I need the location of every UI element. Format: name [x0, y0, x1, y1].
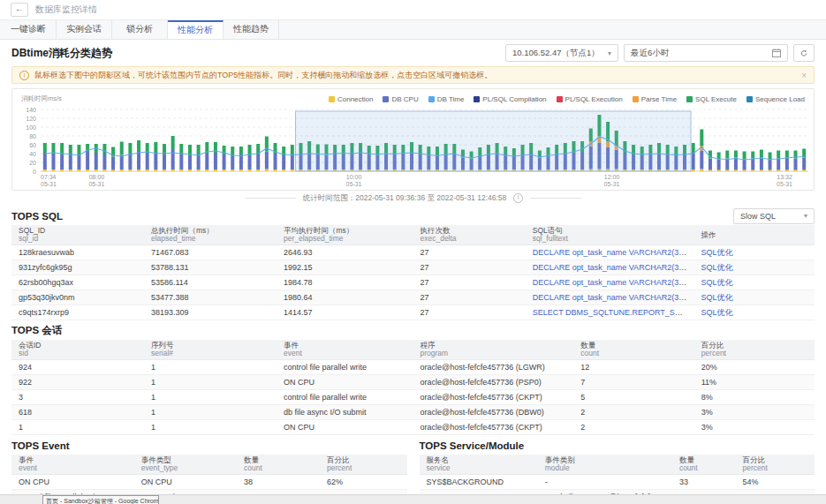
legend-item[interactable]: DB CPU — [383, 95, 418, 103]
refresh-button[interactable] — [793, 44, 815, 62]
legend-item[interactable]: Connection — [329, 95, 373, 103]
column-header: 会话IDsid — [11, 340, 144, 360]
table-cell: 27 — [413, 305, 525, 320]
column-header: 数量count — [573, 340, 693, 360]
table-cell: control file parallel write — [277, 390, 413, 405]
table-cell: 27 — [413, 245, 525, 260]
column-header: 百分比percent — [694, 340, 815, 360]
table-cell: ON CPU — [277, 375, 413, 390]
table-cell: 3% — [694, 405, 815, 420]
column-header: 事件类型event_type — [134, 455, 237, 475]
tab-performance-trend[interactable]: 性能趋势 — [224, 20, 279, 39]
legend-item[interactable]: Sequence Load — [746, 95, 805, 103]
table-cell: 1 — [144, 360, 277, 375]
legend-item[interactable]: DB Time — [428, 95, 465, 103]
table-cell: oracle@host-fefcfe457736 (CKPT) — [413, 390, 573, 405]
legend-item[interactable]: PL/SQL Execution — [557, 95, 623, 103]
tab-one-click-diagnosis[interactable]: 一键诊断 — [1, 20, 57, 39]
sql-optimize-link[interactable]: SQL优化 — [701, 308, 733, 317]
node-select-value: 10.106.52.47（节点1） — [512, 48, 600, 59]
close-icon[interactable]: × — [801, 71, 807, 80]
legend-item[interactable]: Parse Time — [633, 95, 677, 103]
node-select[interactable]: 10.106.52.47（节点1） ▾ — [505, 44, 618, 62]
svg-text:80: 80 — [29, 133, 36, 139]
refresh-icon — [800, 49, 807, 58]
legend-item[interactable]: PL/SQL Compilation — [474, 95, 546, 103]
stats-range-text: 统计时间范围：2022-05-31 09:36:36 至 2022-05-31 … — [303, 193, 507, 204]
table-cell: 71467.083 — [144, 245, 277, 260]
table-cell: 33 — [672, 475, 736, 490]
sql-optimize-link[interactable]: SQL优化 — [701, 248, 733, 257]
sql-text-link[interactable]: DECLARE opt_task_name VARCHAR2(30); opt_… — [533, 293, 694, 302]
table-cell: 1414.57 — [277, 305, 413, 320]
svg-text:12:00: 12:00 — [604, 174, 620, 180]
column-header: 总执行时间（ms）elapsed_time — [144, 225, 277, 245]
table-cell: 53788.131 — [144, 260, 277, 275]
table-cell: 1 — [144, 390, 277, 405]
svg-text:120: 120 — [26, 116, 36, 122]
slow-sql-value: Slow SQL — [740, 212, 776, 221]
tops_session-table: 会话IDsid序列号serial#事件event程序program数量count… — [11, 340, 815, 435]
table-cell: 27 — [413, 260, 525, 275]
column-header: 事件event — [277, 340, 413, 360]
table-cell: 931zyfc6gk95g — [11, 260, 144, 275]
svg-text:05-31: 05-31 — [41, 181, 57, 187]
sql-optimize-link[interactable]: SQL优化 — [701, 263, 733, 272]
divider — [530, 198, 581, 199]
table-cell: 38193.309 — [144, 305, 277, 320]
table-cell: 618 — [11, 405, 144, 420]
chevron-down-icon: ▾ — [804, 212, 807, 220]
legend-swatch — [746, 96, 753, 102]
table-cell: 11% — [694, 375, 815, 390]
table-cell: 8% — [694, 390, 815, 405]
sql-text-link[interactable]: SELECT DBMS_SQLTUNE.REPORT_SQL_MONITOR(S… — [533, 308, 694, 317]
table-cell: 1984.78 — [277, 275, 413, 290]
chevron-down-icon: ▾ — [608, 49, 611, 57]
table-cell: 27 — [413, 290, 525, 305]
toolbar: 10.106.52.47（节点1） ▾ 最近6小时 — [505, 44, 815, 62]
chart-legend: ConnectionDB CPUDB TimePL/SQL Compilatio… — [329, 95, 805, 103]
sql-optimize-link[interactable]: SQL优化 — [701, 278, 733, 287]
svg-text:0: 0 — [33, 169, 36, 175]
tops-session-table-wrap: 会话IDsid序列号serial#事件event程序program数量count… — [11, 340, 815, 435]
table-row: 9241control file parallel writeoracle@ho… — [11, 360, 815, 375]
table-cell: oracle@host-fefcfe457736 (LGWR) — [413, 360, 573, 375]
column-header: 数量count — [237, 455, 320, 475]
table-cell: 5 — [573, 390, 693, 405]
table-row: c9qts174rxrp938193.3091414.5727SELECT DB… — [11, 305, 815, 320]
back-button[interactable]: ← — [11, 3, 28, 17]
table-cell: 12 — [573, 360, 693, 375]
tab-performance-analysis[interactable]: 性能分析 — [168, 20, 224, 39]
database-monitor-page: ← 数据库监控详情 一键诊断 实例会话 锁分析 性能分析 性能趋势 DBtime… — [0, 0, 826, 504]
column-header: 操作 — [694, 225, 815, 245]
sql-optimize-link[interactable]: SQL优化 — [701, 293, 733, 302]
column-header: 执行次数exec_delta — [413, 225, 525, 245]
column-header: 事件类别module — [538, 455, 672, 475]
table-row: 9221ON CPUoracle@host-fefcfe457736 (PSP0… — [11, 375, 815, 390]
sql-text-link[interactable]: DECLARE opt_task_name VARCHAR2(30); opt_… — [533, 248, 694, 257]
legend-item[interactable]: SQL Execute — [686, 95, 737, 103]
sql-text-link[interactable]: DECLARE opt_task_name VARCHAR2(30); opt_… — [533, 263, 694, 272]
table-cell: 53477.388 — [144, 290, 277, 305]
table-cell: 3 — [11, 390, 144, 405]
svg-text:10:00: 10:00 — [346, 174, 362, 180]
slow-sql-select[interactable]: Slow SQL ▾ — [733, 208, 815, 224]
stats-range-row: 统计时间范围：2022-05-31 09:36:36 至 2022-05-31 … — [11, 191, 815, 206]
table-cell: 3% — [694, 420, 815, 435]
time-range-input[interactable]: 最近6小时 — [624, 44, 788, 62]
table-cell: 2 — [573, 405, 693, 420]
svg-text:07:34: 07:34 — [41, 174, 57, 180]
table-row: gp53q30jkv0nm53477.3881980.6427DECLARE o… — [11, 290, 815, 305]
sql-text-link[interactable]: DECLARE opt_task_name VARCHAR2(30); opt_… — [533, 278, 694, 287]
tab-instance-sessions[interactable]: 实例会话 — [57, 20, 112, 39]
tops-sql-title: TOPS SQL — [11, 211, 63, 222]
table-cell: 27 — [413, 275, 525, 290]
table-cell: 2646.93 — [277, 245, 413, 260]
window-title[interactable]: 首页 - Sandbox沙箱管理 - Google Chrome — [42, 495, 159, 504]
dbtime-chart[interactable]: 02040608010012014007:3405-3108:0005-3110… — [12, 106, 812, 189]
tab-lock-analysis[interactable]: 锁分析 — [112, 20, 168, 39]
legend-swatch — [329, 96, 335, 102]
legend-swatch — [686, 96, 693, 102]
info-icon[interactable]: i — [513, 193, 523, 203]
column-header: 事件event — [11, 455, 134, 475]
